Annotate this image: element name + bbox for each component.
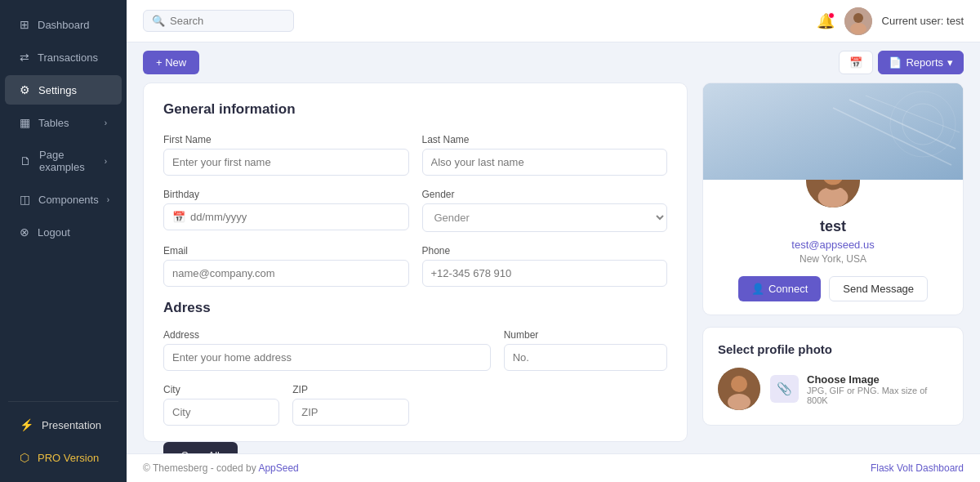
transactions-icon: ⇄	[20, 51, 29, 64]
sidebar-item-label: Tables	[38, 117, 69, 129]
address-number-row: Address Number	[163, 329, 667, 371]
photo-hint: JPG, GIF or PNG. Max size of 800K	[807, 386, 948, 405]
file-icon: 📄	[889, 56, 902, 69]
last-name-input[interactable]	[422, 149, 668, 176]
city-group: City	[163, 384, 279, 426]
address-input[interactable]	[163, 344, 491, 371]
gender-select[interactable]: Gender Male Female	[422, 203, 668, 232]
photo-upload-row: 📎 Choose Image JPG, GIF or PNG. Max size…	[718, 368, 948, 410]
notification-dot	[828, 12, 835, 19]
attach-icon[interactable]: 📎	[770, 375, 799, 403]
photo-upload-info: 📎 Choose Image JPG, GIF or PNG. Max size…	[770, 373, 948, 405]
sidebar-item-label: Components	[38, 194, 99, 206]
search-input[interactable]	[170, 15, 285, 27]
city-label: City	[163, 384, 279, 395]
form-panel: General information First Name Last Name…	[143, 83, 688, 442]
sidebar-item-label: Presentation	[42, 419, 101, 431]
phone-label: Phone	[422, 245, 668, 257]
calendar-button[interactable]: 📅	[839, 51, 873, 74]
connect-button[interactable]: 👤 Connect	[738, 276, 821, 301]
profile-card: test test@appseed.us New York, USA 👤 Con…	[702, 83, 964, 315]
photo-text: Choose Image JPG, GIF or PNG. Max size o…	[807, 373, 948, 405]
footer-left: © Themesberg - coded by AppSeed	[143, 462, 299, 474]
footer: © Themesberg - coded by AppSeed Flask Vo…	[127, 453, 980, 482]
tables-icon: ▦	[20, 116, 30, 129]
chevron-right-icon: ›	[105, 157, 107, 166]
pro-icon: ⬡	[20, 451, 29, 464]
svg-point-14	[728, 394, 751, 410]
city-input[interactable]	[163, 399, 279, 426]
new-button[interactable]: + New	[143, 51, 199, 74]
chevron-right-icon: ›	[105, 118, 107, 127]
save-all-button[interactable]: Save All	[163, 442, 238, 453]
components-icon: ◫	[20, 193, 30, 206]
sidebar-item-settings[interactable]: ⚙ Settings	[5, 75, 122, 105]
email-phone-row: Email Phone	[163, 245, 667, 287]
email-input[interactable]	[163, 260, 409, 287]
gender-label: Gender	[422, 189, 668, 200]
number-group: Number	[504, 329, 667, 371]
logout-icon: ⊗	[20, 225, 29, 239]
photo-card-title: Select profile photo	[718, 342, 948, 356]
sidebar-item-label: Transactions	[38, 51, 98, 64]
last-name-label: Last Name	[422, 134, 668, 145]
topbar-right: 🔔 Current user: test	[817, 7, 964, 35]
sidebar-item-transactions[interactable]: ⇄ Transactions	[5, 42, 122, 72]
sidebar-divider	[8, 401, 118, 402]
sidebar-item-label: PRO Version	[38, 452, 99, 464]
send-message-button[interactable]: Send Message	[829, 276, 928, 301]
email-group: Email	[163, 245, 409, 287]
topbar: 🔍 🔔 Current user: test	[127, 0, 980, 42]
profile-email: test@appseed.us	[716, 239, 950, 251]
general-info-title: General information	[163, 101, 667, 118]
page-icon: 🗋	[20, 154, 31, 167]
zip-label: ZIP	[292, 384, 408, 395]
search-icon: 🔍	[152, 15, 165, 27]
email-label: Email	[163, 245, 409, 257]
sidebar-item-label: Page examples	[39, 149, 96, 173]
sidebar-item-presentation[interactable]: ⚡ Presentation	[5, 410, 122, 440]
reports-button[interactable]: 📄 Reports ▾	[878, 51, 964, 74]
sidebar-item-dashboard[interactable]: ⊞ Dashboard	[5, 10, 122, 39]
birthday-input-wrapper[interactable]: 📅	[163, 203, 409, 230]
photo-card: Select profile photo 📎	[702, 327, 964, 426]
avatar[interactable]	[844, 7, 872, 35]
user-add-icon: 👤	[751, 283, 764, 295]
last-name-group: Last Name	[422, 134, 668, 176]
user-label[interactable]: Current user: test	[882, 15, 964, 27]
sidebar-item-pro-version[interactable]: ⬡ PRO Version	[5, 443, 122, 472]
birthday-input[interactable]	[190, 204, 400, 230]
number-label: Number	[504, 329, 667, 341]
first-name-input[interactable]	[163, 149, 409, 176]
address-title: Adress	[163, 300, 667, 316]
main-area: 🔍 🔔 Current user: test + New 📅	[127, 0, 980, 482]
number-input[interactable]	[504, 344, 667, 371]
sidebar-item-label: Logout	[38, 226, 70, 239]
action-bar: + New 📅 📄 Reports ▾	[127, 42, 980, 83]
sidebar-item-page-examples[interactable]: 🗋 Page examples ›	[5, 141, 122, 181]
profile-location: New York, USA	[716, 253, 950, 265]
chevron-down-icon: ▾	[947, 56, 953, 69]
notifications-button[interactable]: 🔔	[817, 12, 835, 30]
phone-input[interactable]	[422, 260, 668, 287]
zip-input[interactable]	[292, 399, 408, 426]
search-box[interactable]: 🔍	[143, 10, 294, 32]
birthday-group: Birthday 📅	[163, 189, 409, 232]
connect-label: Connect	[768, 283, 808, 295]
sidebar-item-label: Dashboard	[38, 19, 90, 31]
settings-icon: ⚙	[20, 83, 30, 96]
address-label: Address	[163, 329, 491, 341]
svg-rect-3	[703, 83, 963, 180]
sidebar-item-logout[interactable]: ⊗ Logout	[5, 217, 122, 247]
photo-thumbnail	[718, 368, 760, 410]
content-area: General information First Name Last Name…	[127, 83, 980, 453]
svg-point-2	[850, 23, 866, 34]
svg-point-13	[731, 376, 747, 392]
flask-volt-link[interactable]: Flask Volt Dashboard	[871, 462, 964, 474]
calendar-small-icon: 📅	[172, 211, 185, 223]
sidebar-item-components[interactable]: ◫ Components ›	[5, 185, 122, 214]
name-row: First Name Last Name	[163, 134, 667, 176]
first-name-label: First Name	[163, 134, 409, 145]
appseed-link[interactable]: AppSeed	[258, 462, 298, 474]
sidebar-item-tables[interactable]: ▦ Tables ›	[5, 108, 122, 137]
